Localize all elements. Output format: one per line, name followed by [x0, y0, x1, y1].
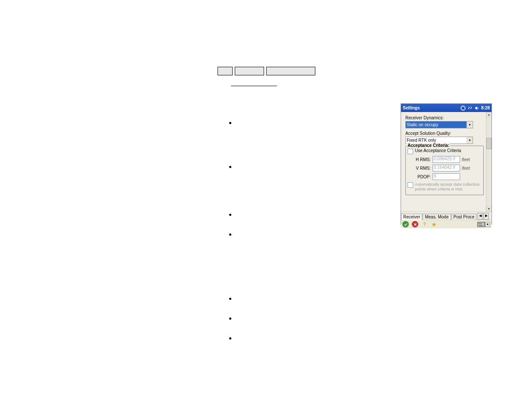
tab-receiver[interactable]: Receiver: [401, 214, 422, 220]
accept-solution-value: Fixed RTK only: [406, 138, 467, 143]
vrms-unit: ifeet: [462, 166, 470, 171]
svg-rect-6: [479, 225, 482, 226]
nav-box-3: [266, 67, 315, 75]
nav-box-2: [235, 67, 264, 75]
svg-rect-4: [480, 223, 481, 224]
acceptance-criteria-legend: Acceptance Criteria:: [407, 143, 450, 148]
receiver-dynamics-dropdown[interactable]: Static on occupy ▼: [405, 121, 473, 128]
clock-time: 8:28: [481, 106, 490, 110]
auto-accept-checkbox[interactable]: [408, 182, 413, 188]
bullet: [229, 234, 231, 236]
scroll-down-button[interactable]: ▼: [486, 206, 492, 212]
bottombar: ? ★ ▲: [401, 220, 492, 228]
speaker-icon[interactable]: [474, 106, 479, 111]
vrms-label: V RMS:: [414, 166, 431, 171]
use-criteria-label: Use Acceptance Criteria: [415, 148, 461, 153]
bullet: [229, 214, 231, 216]
scroll-thumb[interactable]: [486, 138, 492, 149]
tab-scroll-right[interactable]: ▶: [483, 213, 489, 220]
bullet: [229, 318, 231, 320]
sync-icon[interactable]: [460, 106, 466, 111]
vrms-input[interactable]: 0.164042 if: [432, 165, 460, 171]
svg-rect-5: [481, 223, 482, 224]
chevron-down-icon[interactable]: ▼: [467, 137, 473, 143]
tab-meas-mode[interactable]: Meas. Mode: [423, 214, 451, 220]
acceptance-criteria-fieldset: Acceptance Criteria: Use Acceptance Crit…: [405, 146, 484, 195]
auto-accept-label: Automatically accept data collection poi…: [415, 182, 482, 191]
bullet-list: [229, 122, 231, 381]
hrms-label: H RMS:: [414, 157, 431, 162]
connectivity-icon[interactable]: [467, 106, 473, 111]
bullet: [229, 166, 231, 168]
receiver-dynamics-value: Static on occupy: [406, 122, 467, 127]
vrms-row: V RMS: 0.164042 if ifeet: [414, 165, 482, 171]
ok-button[interactable]: [402, 221, 409, 227]
vertical-scrollbar[interactable]: ▲ ▼: [486, 112, 492, 212]
content-area: Receiver Dynamics: Static on occupy ▼ Ac…: [401, 112, 492, 212]
help-button[interactable]: ?: [421, 221, 428, 227]
tab-post-proc[interactable]: Post Proce: [451, 214, 477, 220]
scroll-up-button[interactable]: ▲: [486, 112, 492, 117]
bullet: [229, 122, 231, 124]
hrms-row: H RMS: 0.098425 if ifeet: [414, 156, 482, 163]
keyboard-icon[interactable]: [477, 222, 485, 227]
favorite-button[interactable]: ★: [431, 221, 437, 227]
underline: [231, 86, 277, 86]
use-criteria-row: Use Acceptance Criteria: [408, 148, 482, 154]
tabstrip: Receiver Meas. Mode Post Proce ◀ ▶: [401, 212, 492, 220]
hrms-input[interactable]: 0.098425 if: [432, 156, 460, 163]
use-criteria-checkbox[interactable]: [408, 149, 413, 154]
receiver-dynamics-label: Receiver Dynamics:: [405, 115, 489, 120]
svg-rect-3: [479, 223, 480, 224]
cancel-button[interactable]: [412, 221, 418, 227]
pdop-label: PDOP:: [414, 174, 431, 179]
bullet: [229, 298, 231, 300]
pdop-input[interactable]: 6: [432, 173, 460, 180]
tab-scroll-left[interactable]: ◀: [477, 213, 483, 220]
settings-window: Settings 8:28 Receiver Dynamics: Static …: [401, 103, 492, 224]
auto-accept-row: Automatically accept data collection poi…: [408, 182, 482, 191]
svg-rect-2: [479, 223, 479, 224]
accept-solution-label: Accept Solution Quality:: [405, 131, 489, 136]
bullet: [229, 337, 231, 339]
sip-up-button[interactable]: ▲: [485, 222, 490, 227]
nav-box-1: [218, 67, 233, 75]
window-title: Settings: [403, 106, 460, 110]
pdop-row: PDOP: 6: [414, 173, 482, 180]
titlebar: Settings 8:28: [401, 104, 492, 112]
chevron-down-icon[interactable]: ▼: [467, 121, 473, 128]
hrms-unit: ifeet: [462, 157, 470, 162]
background-nav-boxes: [218, 67, 315, 75]
